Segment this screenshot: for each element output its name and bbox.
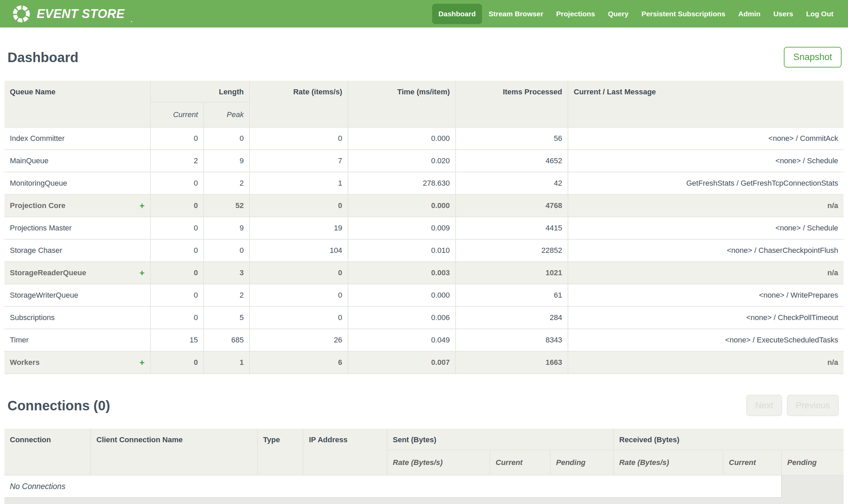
- col-header-type: Type: [257, 429, 303, 475]
- rate-cell: 104: [250, 239, 348, 262]
- items-cell: 1663: [455, 351, 568, 374]
- col-header-received-rate: Rate (Bytes/s): [613, 450, 723, 475]
- items-cell: 4415: [455, 217, 568, 239]
- nav-menu: Dashboard Stream Browser Projections Que…: [432, 4, 840, 24]
- current-cell: 0: [150, 127, 204, 150]
- table-row-group: StorageReaderQueue + 0 3 0 0.003 1021 n/…: [4, 262, 844, 284]
- message-cell: <none> / WritePrepares: [568, 284, 844, 306]
- nav-item-log-out[interactable]: Log Out: [800, 4, 840, 24]
- table-row-group: Projection Core + 0 52 0 0.000 4768 n/a: [4, 195, 844, 217]
- table-row-group: Workers + 0 1 6 0.007 1663 n/a: [4, 351, 844, 374]
- expand-plus-icon[interactable]: +: [140, 202, 145, 210]
- col-header-sent-pending: Pending: [550, 450, 613, 475]
- nav-item-stream-browser[interactable]: Stream Browser: [482, 4, 549, 24]
- message-cell: <none> / ChaserCheckpointFlush: [568, 239, 844, 262]
- nav-item-persistent-subscriptions[interactable]: Persistent Subscriptions: [635, 4, 732, 24]
- table-row: MonitoringQueue 0 2 1 278.630 42 GetFres…: [4, 172, 844, 195]
- time-cell: 0.010: [348, 239, 455, 262]
- items-cell: 284: [455, 306, 568, 329]
- queue-name-cell: Projection Core +: [4, 195, 150, 217]
- connections-table-header: Connection Client Connection Name Type I…: [4, 429, 844, 475]
- event-store-logo-icon: [12, 4, 31, 24]
- time-cell: 0.000: [348, 195, 455, 217]
- peak-cell: 3: [204, 262, 250, 284]
- col-header-length: Length: [150, 81, 250, 102]
- col-header-received-pending: Pending: [781, 450, 844, 475]
- connections-table-body: No Connections: [4, 475, 844, 498]
- col-header-received-current: Current: [723, 450, 781, 475]
- col-header-sent-current: Current: [490, 450, 550, 475]
- peak-cell: 9: [204, 217, 250, 239]
- next-button[interactable]: Next: [746, 395, 782, 416]
- col-header-queue-name: Queue Name: [4, 81, 150, 127]
- col-header-sent-bytes: Sent (Bytes): [387, 429, 613, 450]
- current-cell: 2: [150, 150, 204, 172]
- queue-name-cell: Index Committer: [4, 127, 150, 150]
- items-cell: 8343: [455, 329, 568, 351]
- nav-item-projections[interactable]: Projections: [549, 4, 601, 24]
- time-cell: 278.630: [348, 172, 455, 195]
- rate-cell: 0: [250, 195, 348, 217]
- table-row: Timer 15 685 26 0.049 8343 <none> / Exec…: [4, 329, 844, 351]
- expand-plus-icon[interactable]: +: [140, 269, 145, 276]
- nav-item-dashboard[interactable]: Dashboard: [432, 4, 482, 24]
- current-cell: 0: [150, 306, 204, 329]
- time-cell: 0.007: [348, 351, 455, 374]
- queue-table-header: Queue Name Length Rate (items/s) Time (m…: [4, 81, 844, 127]
- items-cell: 22852: [455, 239, 568, 262]
- no-connections-message: No Connections: [4, 475, 781, 498]
- items-cell: 61: [455, 284, 568, 306]
- rate-cell: 7: [250, 150, 348, 172]
- peak-cell: 9: [204, 150, 250, 172]
- queue-name-cell: StorageReaderQueue +: [4, 262, 150, 284]
- time-cell: 0.000: [348, 284, 455, 306]
- col-header-length-peak: Peak: [204, 102, 250, 127]
- nav-item-query[interactable]: Query: [601, 4, 635, 24]
- message-cell: <none> / CheckPollTimeout: [568, 306, 844, 329]
- table-row: MainQueue 2 9 7 0.020 4652 <none> / Sche…: [4, 150, 844, 172]
- time-cell: 0.009: [348, 217, 455, 239]
- items-cell: 4768: [455, 195, 568, 217]
- connections-table: Connection Client Connection Name Type I…: [4, 429, 844, 498]
- col-header-items-processed: Items Processed: [455, 81, 568, 127]
- nav-item-users[interactable]: Users: [767, 4, 799, 24]
- table-row: Projections Master 0 9 19 0.009 4415 <no…: [4, 217, 844, 239]
- queue-name-cell: StorageWriterQueue: [4, 284, 150, 306]
- col-header-length-current: Current: [150, 102, 204, 127]
- empty-void-cell: [781, 475, 844, 498]
- previous-button[interactable]: Previous: [787, 395, 839, 416]
- page-title: Dashboard: [7, 49, 78, 66]
- queue-table-body: Index Committer 0 0 0 0.000 56 <none> / …: [4, 127, 844, 374]
- time-cell: 0.020: [348, 150, 455, 172]
- peak-cell: 1: [204, 351, 250, 374]
- col-header-received-bytes: Received (Bytes): [613, 429, 844, 450]
- queue-group-name: StorageReaderQueue: [10, 269, 86, 277]
- time-cell: 0.000: [348, 127, 455, 150]
- top-nav: EVENT STORE . Dashboard Stream Browser P…: [0, 0, 848, 28]
- expand-plus-icon[interactable]: +: [140, 359, 145, 366]
- queue-name-cell: MonitoringQueue: [4, 172, 150, 195]
- current-cell: 0: [150, 284, 204, 306]
- rate-cell: 0: [250, 306, 348, 329]
- main-content: Dashboard Snapshot Queue Name Length Rat…: [0, 47, 848, 504]
- peak-cell: 0: [204, 239, 250, 262]
- peak-cell: 2: [204, 284, 250, 306]
- items-cell: 42: [455, 172, 568, 195]
- rate-cell: 6: [250, 351, 348, 374]
- snapshot-button[interactable]: Snapshot: [784, 47, 842, 68]
- message-cell: <none> / CommitAck: [568, 127, 844, 150]
- col-header-message: Current / Last Message: [568, 81, 844, 127]
- nav-item-admin[interactable]: Admin: [732, 4, 767, 24]
- rate-cell: 0: [250, 262, 348, 284]
- queue-name-cell: Workers +: [4, 351, 150, 374]
- current-cell: 0: [150, 351, 204, 374]
- current-cell: 0: [150, 195, 204, 217]
- message-cell: <none> / Schedule: [568, 150, 844, 172]
- logo-text: EVENT STORE: [37, 7, 125, 21]
- queue-name-cell: Projections Master: [4, 217, 150, 239]
- peak-cell: 52: [204, 195, 250, 217]
- rate-cell: 0: [250, 127, 348, 150]
- message-cell: GetFreshStats / GetFreshTcpConnectionSta…: [568, 172, 844, 195]
- time-cell: 0.049: [348, 329, 455, 351]
- items-cell: 1021: [455, 262, 568, 284]
